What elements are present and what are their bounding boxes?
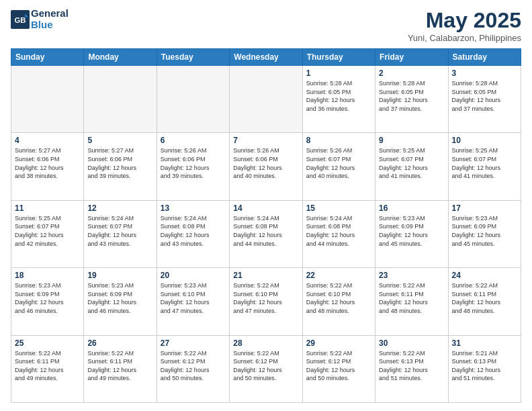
day-info: Sunrise: 5:22 AM Sunset: 6:11 PM Dayligh… [15,349,80,383]
svg-text:GB: GB [14,16,26,24]
col-header-saturday: Saturday [448,49,521,66]
day-number: 4 [15,136,80,145]
day-info: Sunrise: 5:23 AM Sunset: 6:09 PM Dayligh… [15,281,80,315]
day-number: 29 [306,338,371,348]
day-cell: 3Sunrise: 5:28 AM Sunset: 6:05 PM Daylig… [448,66,521,133]
day-cell: 14Sunrise: 5:24 AM Sunset: 6:08 PM Dayli… [230,200,302,267]
day-info: Sunrise: 5:22 AM Sunset: 6:11 PM Dayligh… [379,281,444,315]
day-cell: 30Sunrise: 5:22 AM Sunset: 6:13 PM Dayli… [375,335,448,402]
day-info: Sunrise: 5:25 AM Sunset: 6:07 PM Dayligh… [379,146,444,180]
page: GB General Blue May 2025 Yuni, Calabarzo… [0,0,532,411]
day-info: Sunrise: 5:22 AM Sunset: 6:12 PM Dayligh… [306,349,371,383]
day-number: 26 [87,338,152,348]
day-info: Sunrise: 5:23 AM Sunset: 6:10 PM Dayligh… [161,281,226,315]
logo: GB General Blue [11,8,69,30]
title-area: May 2025 Yuni, Calabarzon, Philippines [408,8,521,43]
day-cell [11,66,84,133]
day-cell: 17Sunrise: 5:23 AM Sunset: 6:09 PM Dayli… [448,200,521,267]
day-info: Sunrise: 5:27 AM Sunset: 6:06 PM Dayligh… [15,146,80,180]
subtitle: Yuni, Calabarzon, Philippines [408,33,521,43]
day-info: Sunrise: 5:22 AM Sunset: 6:12 PM Dayligh… [161,349,226,383]
day-cell: 26Sunrise: 5:22 AM Sunset: 6:11 PM Dayli… [84,335,157,402]
day-info: Sunrise: 5:23 AM Sunset: 6:09 PM Dayligh… [452,214,517,248]
day-cell: 22Sunrise: 5:22 AM Sunset: 6:10 PM Dayli… [302,268,375,335]
day-info: Sunrise: 5:22 AM Sunset: 6:10 PM Dayligh… [306,281,371,315]
day-info: Sunrise: 5:23 AM Sunset: 6:09 PM Dayligh… [87,281,152,315]
col-header-sunday: Sunday [11,49,84,66]
calendar-table: SundayMondayTuesdayWednesdayThursdayFrid… [11,48,521,403]
calendar-header-row: SundayMondayTuesdayWednesdayThursdayFrid… [11,49,521,66]
week-row-4: 25Sunrise: 5:22 AM Sunset: 6:11 PM Dayli… [11,335,521,402]
day-cell: 12Sunrise: 5:24 AM Sunset: 6:07 PM Dayli… [84,200,157,267]
day-info: Sunrise: 5:22 AM Sunset: 6:12 PM Dayligh… [233,349,298,383]
col-header-thursday: Thursday [302,49,375,66]
day-cell: 18Sunrise: 5:23 AM Sunset: 6:09 PM Dayli… [11,268,84,335]
header: GB General Blue May 2025 Yuni, Calabarzo… [11,8,521,43]
day-cell: 10Sunrise: 5:25 AM Sunset: 6:07 PM Dayli… [448,133,521,200]
day-number: 21 [233,271,298,280]
day-cell: 21Sunrise: 5:22 AM Sunset: 6:10 PM Dayli… [230,268,302,335]
day-number: 30 [379,338,444,348]
day-number: 6 [161,136,226,145]
day-number: 31 [452,338,517,348]
day-number: 13 [161,203,226,213]
day-cell: 15Sunrise: 5:24 AM Sunset: 6:08 PM Dayli… [302,200,375,267]
col-header-monday: Monday [84,49,157,66]
day-cell: 28Sunrise: 5:22 AM Sunset: 6:12 PM Dayli… [230,335,302,402]
day-cell [230,66,302,133]
week-row-0: 1Sunrise: 5:28 AM Sunset: 6:05 PM Daylig… [11,66,521,133]
day-info: Sunrise: 5:24 AM Sunset: 6:08 PM Dayligh… [306,214,371,248]
day-cell: 13Sunrise: 5:24 AM Sunset: 6:08 PM Dayli… [157,200,229,267]
day-number: 20 [161,271,226,280]
col-header-wednesday: Wednesday [230,49,302,66]
day-info: Sunrise: 5:24 AM Sunset: 6:08 PM Dayligh… [161,214,226,248]
day-number: 10 [452,136,517,145]
day-number: 7 [233,136,298,145]
day-cell: 24Sunrise: 5:22 AM Sunset: 6:11 PM Dayli… [448,268,521,335]
day-number: 27 [161,338,226,348]
col-header-friday: Friday [375,49,448,66]
day-info: Sunrise: 5:28 AM Sunset: 6:05 PM Dayligh… [452,79,517,113]
day-info: Sunrise: 5:22 AM Sunset: 6:11 PM Dayligh… [87,349,152,383]
day-cell [84,66,157,133]
day-cell: 9Sunrise: 5:25 AM Sunset: 6:07 PM Daylig… [375,133,448,200]
day-cell: 1Sunrise: 5:28 AM Sunset: 6:05 PM Daylig… [302,66,375,133]
day-cell: 27Sunrise: 5:22 AM Sunset: 6:12 PM Dayli… [157,335,229,402]
day-info: Sunrise: 5:22 AM Sunset: 6:11 PM Dayligh… [452,281,517,315]
day-cell [157,66,229,133]
day-number: 18 [15,271,80,280]
logo-icon: GB [11,10,30,29]
day-info: Sunrise: 5:23 AM Sunset: 6:09 PM Dayligh… [379,214,444,248]
day-number: 24 [452,271,517,280]
day-info: Sunrise: 5:24 AM Sunset: 6:07 PM Dayligh… [87,214,152,248]
day-number: 17 [452,203,517,213]
day-cell: 8Sunrise: 5:26 AM Sunset: 6:07 PM Daylig… [302,133,375,200]
logo-general: General [31,8,69,19]
day-number: 8 [306,136,371,145]
day-info: Sunrise: 5:28 AM Sunset: 6:05 PM Dayligh… [379,79,444,113]
day-cell: 5Sunrise: 5:27 AM Sunset: 6:06 PM Daylig… [84,133,157,200]
day-number: 12 [87,203,152,213]
day-number: 25 [15,338,80,348]
day-info: Sunrise: 5:25 AM Sunset: 6:07 PM Dayligh… [452,146,517,180]
week-row-3: 18Sunrise: 5:23 AM Sunset: 6:09 PM Dayli… [11,268,521,335]
day-number: 11 [15,203,80,213]
day-info: Sunrise: 5:22 AM Sunset: 6:10 PM Dayligh… [233,281,298,315]
day-cell: 19Sunrise: 5:23 AM Sunset: 6:09 PM Dayli… [84,268,157,335]
day-cell: 23Sunrise: 5:22 AM Sunset: 6:11 PM Dayli… [375,268,448,335]
day-info: Sunrise: 5:26 AM Sunset: 6:06 PM Dayligh… [233,146,298,180]
day-number: 15 [306,203,371,213]
week-row-2: 11Sunrise: 5:25 AM Sunset: 6:07 PM Dayli… [11,200,521,267]
day-number: 19 [87,271,152,280]
day-number: 22 [306,271,371,280]
day-number: 28 [233,338,298,348]
day-number: 3 [452,68,517,78]
day-cell: 2Sunrise: 5:28 AM Sunset: 6:05 PM Daylig… [375,66,448,133]
day-cell: 16Sunrise: 5:23 AM Sunset: 6:09 PM Dayli… [375,200,448,267]
day-info: Sunrise: 5:27 AM Sunset: 6:06 PM Dayligh… [87,146,152,180]
day-info: Sunrise: 5:21 AM Sunset: 6:13 PM Dayligh… [452,349,517,383]
day-number: 23 [379,271,444,280]
day-number: 16 [379,203,444,213]
day-cell: 25Sunrise: 5:22 AM Sunset: 6:11 PM Dayli… [11,335,84,402]
day-number: 14 [233,203,298,213]
